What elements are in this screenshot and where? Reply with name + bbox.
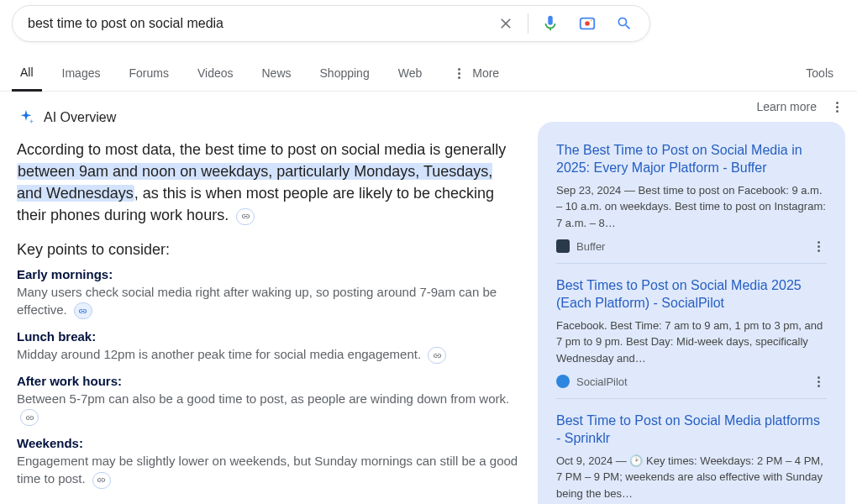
references-panel: The Best Time to Post on Social Media in…	[538, 122, 845, 504]
voice-icon[interactable]	[534, 7, 567, 40]
reference-source[interactable]: Buffer	[556, 239, 605, 253]
favicon-icon	[556, 375, 570, 388]
tab-all[interactable]: All	[12, 55, 42, 92]
tab-forums[interactable]: Forums	[120, 56, 176, 90]
reference-card: The Best Time to Post on Social Media in…	[538, 132, 845, 260]
overflow-menu-icon[interactable]	[828, 102, 845, 113]
overflow-menu-icon[interactable]	[810, 376, 827, 387]
lens-icon[interactable]	[570, 7, 604, 40]
reference-source[interactable]: SocialPilot	[556, 375, 628, 388]
reference-card: Best Time to Post on Social Media platfo…	[538, 402, 845, 504]
divider	[528, 13, 528, 34]
sparkle-icon	[17, 108, 35, 127]
svg-point-2	[591, 19, 592, 21]
search-icon[interactable]	[607, 7, 641, 40]
clear-icon[interactable]	[489, 7, 523, 40]
key-point: After work hours: Between 5-7pm can also…	[17, 374, 521, 426]
reference-snippet: Facebook. Best Time: 7 am to 9 am, 1 pm …	[556, 318, 827, 367]
reference-title[interactable]: Best Time to Post on Social Media platfo…	[556, 412, 827, 448]
reference-title[interactable]: Best Times to Post on Social Media 2025 …	[556, 277, 827, 312]
key-point: Weekends: Engagement may be slightly low…	[17, 436, 521, 488]
reference-card: Best Times to Post on Social Media 2025 …	[538, 267, 845, 395]
favicon-icon	[556, 239, 570, 253]
search-input[interactable]	[28, 16, 489, 31]
reference-snippet: Oct 9, 2024 — 🕑 Key times: Weekdays: 2 P…	[556, 453, 827, 502]
citation-chip[interactable]	[74, 302, 92, 319]
svg-point-1	[585, 21, 590, 26]
citation-chip[interactable]	[236, 208, 255, 225]
tab-shopping[interactable]: Shopping	[312, 56, 378, 90]
tab-videos[interactable]: Videos	[189, 56, 242, 90]
citation-chip[interactable]	[92, 472, 111, 489]
reference-snippet: Sep 23, 2024 — Best time to post on Face…	[556, 182, 827, 232]
tools-link[interactable]: Tools	[806, 66, 833, 80]
overflow-menu-icon[interactable]	[810, 241, 827, 252]
search-bar[interactable]	[12, 5, 650, 42]
citation-chip[interactable]	[20, 409, 39, 426]
more-dots-icon	[450, 68, 467, 79]
learn-more-link[interactable]: Learn more	[756, 100, 817, 113]
tab-web[interactable]: Web	[390, 56, 431, 90]
key-point: Early mornings: Many users check social …	[17, 267, 521, 319]
tabs-row: All Images Forums Videos News Shopping W…	[0, 55, 857, 92]
tab-news[interactable]: News	[254, 56, 300, 90]
ai-overview-text: According to most data, the best time to…	[17, 139, 521, 226]
reference-title[interactable]: The Best Time to Post on Social Media in…	[556, 142, 827, 177]
citation-chip[interactable]	[428, 347, 446, 364]
key-point: Lunch break: Midday around 12pm is anoth…	[17, 329, 521, 364]
ai-overview-label: AI Overview	[44, 110, 116, 125]
tab-more[interactable]: More	[442, 56, 507, 90]
tab-images[interactable]: Images	[54, 56, 109, 90]
section-heading: Key points to consider:	[17, 241, 521, 259]
